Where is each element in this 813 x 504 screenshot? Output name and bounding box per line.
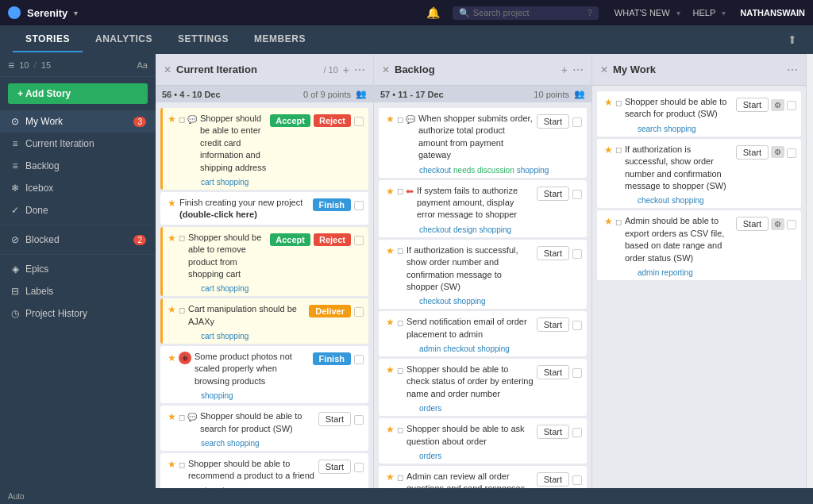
- start-button[interactable]: Start: [537, 425, 569, 439]
- tag-checkout[interactable]: checkout: [419, 225, 451, 234]
- user-menu[interactable]: NATHANSWAIN: [740, 8, 805, 17]
- story-checkbox[interactable]: [354, 355, 364, 364]
- start-button[interactable]: Start: [537, 317, 569, 332]
- story-checkbox[interactable]: [787, 148, 796, 158]
- finish-button[interactable]: Finish: [313, 352, 351, 365]
- tab-members[interactable]: MEMBERS: [241, 27, 318, 52]
- reject-button[interactable]: Reject: [314, 233, 351, 246]
- star-icon[interactable]: ★: [386, 317, 395, 328]
- sidebar-item-my-work[interactable]: ⊙ My Work 3: [0, 110, 156, 133]
- backlog-close[interactable]: ✕: [382, 64, 390, 75]
- reject-button[interactable]: Reject: [314, 114, 351, 127]
- tag-search[interactable]: search: [638, 125, 661, 133]
- tag-cart[interactable]: cart: [201, 332, 214, 340]
- tag-shopping[interactable]: shopping: [664, 125, 696, 133]
- story-checkbox[interactable]: [787, 101, 796, 110]
- tab-stories[interactable]: STORIES: [13, 27, 83, 52]
- tag-shopping[interactable]: shopping: [517, 166, 549, 175]
- finish-button[interactable]: Finish: [313, 198, 351, 211]
- sidebar-item-epics[interactable]: ◈ Epics: [0, 258, 156, 280]
- star-icon[interactable]: ★: [168, 459, 176, 470]
- tag-orders[interactable]: orders: [419, 452, 441, 460]
- start-button[interactable]: Start: [318, 460, 351, 474]
- deliver-button[interactable]: Deliver: [309, 305, 351, 317]
- tag-needs-discussion[interactable]: needs discussion: [453, 166, 514, 175]
- story-checkbox[interactable]: [354, 117, 364, 126]
- story-checkbox[interactable]: [572, 190, 582, 199]
- story-checkbox[interactable]: [354, 463, 364, 472]
- whats-new-button[interactable]: WHAT'S NEW: [615, 8, 670, 17]
- accept-button[interactable]: Accept: [270, 233, 310, 246]
- star-icon[interactable]: ★: [168, 304, 176, 315]
- font-size-icon[interactable]: Aa: [137, 60, 148, 70]
- star-icon[interactable]: ★: [168, 352, 176, 364]
- start-button[interactable]: Start: [537, 365, 569, 379]
- star-icon[interactable]: ★: [168, 198, 176, 209]
- tab-settings[interactable]: SETTINGS: [165, 27, 241, 52]
- accept-button[interactable]: Accept: [270, 114, 310, 127]
- tag-search[interactable]: search: [201, 439, 225, 448]
- tag-shopping[interactable]: shopping: [453, 297, 486, 306]
- my-work-menu[interactable]: ⋯: [787, 63, 798, 76]
- sidebar-item-done[interactable]: ✓ Done: [0, 199, 156, 221]
- current-iteration-add[interactable]: +: [343, 63, 349, 76]
- tag-checkout[interactable]: checkout: [638, 196, 669, 205]
- story-checkbox[interactable]: [354, 307, 364, 317]
- tag-reporting[interactable]: reporting: [661, 268, 692, 277]
- tag-cart[interactable]: cart: [201, 284, 214, 293]
- sidebar-menu-icon[interactable]: ≡: [8, 59, 14, 71]
- sidebar-item-icebox[interactable]: ❄ Icebox: [0, 177, 156, 199]
- start-button[interactable]: Start: [736, 217, 769, 231]
- start-button[interactable]: Start: [318, 412, 351, 426]
- story-checkbox[interactable]: [354, 201, 364, 210]
- sidebar-item-project-history[interactable]: ◷ Project History: [0, 302, 156, 325]
- tag-shopping[interactable]: shopping: [217, 332, 249, 340]
- search-input[interactable]: [473, 8, 584, 17]
- add-story-button[interactable]: + Add Story: [8, 83, 148, 104]
- tag-shopping[interactable]: shopping: [217, 284, 249, 293]
- tag-checkout[interactable]: checkout: [443, 344, 475, 353]
- settings-button[interactable]: ⚙: [771, 218, 784, 230]
- settings-button[interactable]: ⚙: [771, 146, 784, 158]
- sidebar-item-blocked[interactable]: ⊘ Blocked 2: [0, 229, 156, 251]
- star-icon[interactable]: ★: [604, 97, 613, 108]
- tag-orders[interactable]: orders: [419, 404, 441, 413]
- backlog-add[interactable]: +: [561, 63, 568, 76]
- backlog-menu[interactable]: ⋯: [572, 63, 584, 76]
- star-icon[interactable]: ★: [168, 411, 176, 422]
- tag-shopping[interactable]: shopping: [672, 196, 704, 205]
- star-icon[interactable]: ★: [386, 471, 395, 483]
- story-checkbox[interactable]: [787, 220, 796, 229]
- start-button[interactable]: Start: [537, 114, 569, 129]
- start-button[interactable]: Start: [736, 145, 769, 160]
- notification-bell[interactable]: 🔔: [426, 6, 440, 19]
- star-icon[interactable]: ★: [386, 186, 395, 197]
- tag-cart[interactable]: cart: [201, 178, 214, 187]
- tag-admin[interactable]: admin: [638, 268, 659, 277]
- story-checkbox[interactable]: [572, 249, 582, 259]
- collapse-icon[interactable]: ⬆: [784, 30, 800, 49]
- star-icon[interactable]: ★: [604, 216, 613, 227]
- tag-checkout[interactable]: checkout: [419, 166, 451, 175]
- current-iteration-close[interactable]: ✕: [164, 64, 171, 75]
- start-button[interactable]: Start: [537, 187, 569, 201]
- current-iteration-menu[interactable]: ⋯: [354, 63, 365, 76]
- star-icon[interactable]: ★: [168, 233, 176, 244]
- tab-analytics[interactable]: ANALYTICS: [83, 27, 165, 52]
- tag-admin[interactable]: admin: [419, 344, 441, 353]
- tag-shopping[interactable]: shopping: [480, 225, 512, 234]
- story-checkbox[interactable]: [572, 475, 582, 485]
- start-button[interactable]: Start: [736, 98, 769, 112]
- story-checkbox[interactable]: [354, 236, 364, 245]
- sidebar-item-labels[interactable]: ⊟ Labels: [0, 280, 156, 302]
- search-bar[interactable]: 🔍 ?: [453, 6, 599, 20]
- tag-shopping[interactable]: shopping: [477, 344, 510, 353]
- story-checkbox[interactable]: [572, 117, 582, 127]
- sidebar-item-backlog[interactable]: ≡ Backlog: [0, 155, 156, 177]
- start-button[interactable]: Start: [537, 246, 569, 260]
- tag-shopping[interactable]: shopping: [227, 439, 260, 448]
- star-icon[interactable]: ★: [386, 424, 395, 435]
- star-icon[interactable]: ★: [386, 245, 395, 256]
- start-button[interactable]: Start: [537, 472, 569, 487]
- star-icon[interactable]: ★: [386, 113, 395, 125]
